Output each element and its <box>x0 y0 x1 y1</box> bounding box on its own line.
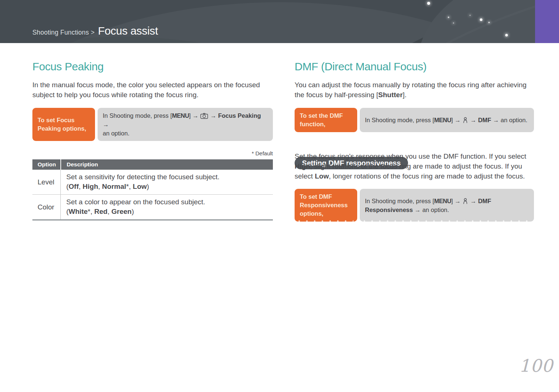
right-column: DMF (Direct Manual Focus) You can adjust… <box>295 60 534 222</box>
howto-dmf-responsiveness: To set DMF Responsiveness options, In Sh… <box>295 189 534 222</box>
header-banner: Shooting Functions > Focus assist <box>0 0 559 43</box>
dmf-responsiveness-body: Set the focus ring’s response when you u… <box>295 151 534 181</box>
howto-label-box: To set the DMF function, <box>295 108 357 132</box>
sparkle-icon <box>488 22 490 23</box>
page-title: Focus assist <box>98 25 158 37</box>
howto-label-box: To set DMF Responsiveness options, <box>295 189 357 222</box>
description-text: Set a sensitivity for detecting the focu… <box>66 172 273 182</box>
description-text: Set a color to appear on the focused sub… <box>66 197 273 207</box>
description-cell: Set a color to appear on the focused sub… <box>60 195 273 219</box>
description-options: (White*, Red, Green) <box>66 207 273 216</box>
focus-peaking-intro: In the manual focus mode, the color you … <box>32 80 273 100</box>
menu-key: MENU <box>172 112 189 119</box>
table-header-description: Description <box>60 159 273 170</box>
sparkle-icon <box>480 18 482 21</box>
description-cell: Set a sensitivity for detecting the focu… <box>60 170 273 194</box>
howto-dmf: To set the DMF function, In Shooting mod… <box>295 108 534 132</box>
howto-instruction-text: In Shooting mode, press [MENU] → → Focus… <box>103 111 268 138</box>
menu-key: MENU <box>434 198 451 204</box>
camera-menu-icon <box>200 113 208 119</box>
custom-menu-icon <box>463 198 468 204</box>
dmf-intro: You can adjust the focus manually by rot… <box>295 80 534 100</box>
default-note: * Default <box>32 150 273 157</box>
table-row: Color Set a color to appear on the focus… <box>32 194 273 219</box>
section-heading-dmf: DMF (Direct Manual Focus) <box>295 60 534 73</box>
option-cell: Level <box>32 170 60 194</box>
sparkle-icon <box>448 17 449 18</box>
menu-key: MENU <box>434 117 451 123</box>
howto-instruction-box: In Shooting mode, press [MENU] → → Focus… <box>98 108 273 141</box>
page-number: 100 <box>519 356 553 376</box>
section-heading-focus-peaking: Focus Peaking <box>32 60 273 73</box>
sparkle-icon <box>453 22 454 24</box>
description-options: (Off, High, Normal*, Low) <box>66 182 273 191</box>
options-table: Option Description Level Set a sensitivi… <box>32 159 273 220</box>
table-header-option: Option <box>32 159 60 170</box>
option-cell: Color <box>32 195 60 219</box>
manual-page: Shooting Functions > Focus assist Focus … <box>0 0 559 392</box>
sparkle-icon <box>427 2 430 5</box>
table-header-row: Option Description <box>32 159 273 170</box>
accent-bar <box>535 0 559 43</box>
howto-label-box: To set Focus Peaking options, <box>32 108 95 141</box>
howto-instruction-text: In Shooting mode, press [MENU] → → DMF →… <box>365 116 529 124</box>
breadcrumb-section: Shooting Functions > <box>32 29 95 36</box>
sparkle-icon <box>470 15 471 16</box>
howto-instruction-box: In Shooting mode, press [MENU] → → DMFRe… <box>360 189 534 222</box>
breadcrumb: Shooting Functions > Focus assist <box>32 25 158 37</box>
sparkle-icon <box>505 34 508 36</box>
left-column: Focus Peaking In the manual focus mode, … <box>32 60 273 220</box>
subsection-wrap: Setting DMF responsiveness <box>295 132 534 145</box>
howto-instruction-text: In Shooting mode, press [MENU] → → DMFRe… <box>365 197 529 214</box>
howto-focus-peaking: To set Focus Peaking options, In Shootin… <box>32 108 273 141</box>
custom-menu-icon <box>463 117 468 123</box>
howto-instruction-box: In Shooting mode, press [MENU] → → DMF →… <box>360 108 534 132</box>
table-row: Level Set a sensitivity for detecting th… <box>32 170 273 194</box>
